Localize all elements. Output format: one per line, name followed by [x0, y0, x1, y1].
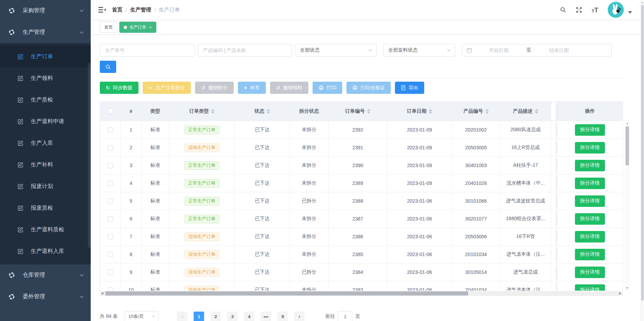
sidebar-subitem[interactable]: 报废质检: [0, 197, 91, 219]
table-horizontal-scrollbar[interactable]: ◀ ▶: [100, 291, 623, 296]
search-icon[interactable]: [560, 7, 566, 13]
view-tab[interactable]: 首页: [100, 22, 117, 33]
order-no-field[interactable]: [100, 44, 195, 57]
vertical-scroll-thumb[interactable]: [626, 126, 629, 165]
date-range-picker[interactable]: 至: [462, 44, 612, 57]
page-scrollbar[interactable]: ▲: [641, 0, 644, 321]
split-detail-button[interactable]: 拆分详情: [575, 142, 605, 154]
status-select[interactable]: 全部状态: [295, 44, 377, 57]
scroll-right-icon[interactable]: ▶: [619, 292, 621, 295]
page-number-button[interactable]: 1: [194, 312, 204, 321]
search-button[interactable]: [100, 61, 116, 73]
row-checkbox[interactable]: [108, 145, 113, 150]
user-dropdown[interactable]: [608, 2, 632, 18]
scroll-left-icon[interactable]: ◀: [101, 292, 103, 295]
sidebar-scrollbar-thumb[interactable]: [88, 63, 90, 248]
breadcrumb-production-mgmt[interactable]: 生产管理: [130, 7, 151, 13]
toolbar-button[interactable]: ↻ 同步数据: [100, 82, 138, 94]
font-size-icon[interactable]: TT: [592, 7, 598, 13]
page-ellipsis-button[interactable]: •••: [261, 312, 271, 321]
split-detail-button[interactable]: 拆分详情: [575, 213, 605, 225]
column-header[interactable]: 订单编号: [329, 102, 387, 121]
column-header[interactable]: 状态: [235, 102, 290, 121]
split-detail-button[interactable]: 拆分详情: [575, 124, 605, 136]
close-icon[interactable]: ×: [149, 25, 152, 30]
toolbar-button[interactable]: ↺ 撤销拆分: [195, 82, 234, 94]
sidebar-subitem[interactable]: 生产退料申请: [0, 111, 91, 132]
page-number-button[interactable]: 3: [227, 312, 238, 321]
sidebar-subitem[interactable]: 报废计划: [0, 176, 91, 197]
next-page-button[interactable]: ›: [294, 312, 305, 321]
prev-page-button[interactable]: ‹: [177, 312, 187, 321]
toolbar-button[interactable]: + 补车: [238, 82, 266, 94]
sidebar-subitem[interactable]: 生产补料: [0, 154, 91, 176]
page-size-select[interactable]: 10条/页: [125, 311, 158, 321]
sidebar-subitem[interactable]: 生产质检: [0, 89, 91, 111]
column-header[interactable]: 产品描述: [500, 102, 551, 121]
row-checkbox[interactable]: [108, 181, 113, 186]
toolbar-button[interactable]: 打印合格证: [346, 82, 391, 94]
sort-icon[interactable]: [535, 109, 538, 114]
split-detail-button[interactable]: 拆分详情: [575, 195, 605, 207]
scroll-up-icon[interactable]: ▲: [625, 122, 630, 125]
toolbar-button[interactable]: ✂ 生产订单拆分: [143, 82, 191, 94]
issue-status-select[interactable]: 全部发料状态: [383, 44, 455, 57]
scroll-up-icon[interactable]: ▲: [641, 1, 644, 3]
sidebar-group-item[interactable]: 采购管理: [0, 0, 91, 22]
sidebar-subitem[interactable]: 生产退料入库: [0, 240, 91, 262]
sidebar-group-item[interactable]: 生产管理: [0, 22, 91, 43]
sidebar-subitem[interactable]: 生产入库: [0, 132, 91, 154]
row-checkbox[interactable]: [108, 252, 113, 257]
split-detail-button[interactable]: 拆分详情: [575, 267, 605, 278]
sort-icon[interactable]: [429, 109, 432, 114]
sort-icon[interactable]: [267, 109, 270, 114]
start-date-input[interactable]: [473, 47, 525, 53]
split-detail-button[interactable]: 拆分详情: [575, 160, 605, 171]
sidebar-subitem[interactable]: 生产订单: [0, 46, 91, 67]
sidebar-subitem[interactable]: 生产退料质检: [0, 219, 91, 240]
hamburger-icon[interactable]: [91, 0, 112, 20]
order-type-tag: 正常生产订单: [185, 179, 219, 188]
page-number-button[interactable]: 4: [244, 312, 254, 321]
cell-status: 已下达: [255, 198, 270, 203]
breadcrumb-home[interactable]: 首页: [112, 7, 122, 13]
page-number-button[interactable]: 9: [277, 312, 288, 321]
sidebar-group-item[interactable]: 仓库管理: [0, 264, 91, 286]
page-scroll-thumb[interactable]: [641, 5, 644, 301]
row-checkbox[interactable]: [108, 270, 113, 275]
toolbar-button[interactable]: 导出: [395, 82, 424, 94]
product-input[interactable]: [203, 47, 287, 53]
end-date-input[interactable]: [533, 47, 585, 53]
row-checkbox[interactable]: [108, 288, 113, 291]
select-all-checkbox[interactable]: [108, 108, 113, 113]
sort-icon[interactable]: [485, 109, 489, 114]
split-detail-button[interactable]: 拆分详情: [575, 249, 605, 260]
row-checkbox[interactable]: [108, 234, 113, 239]
sidebar-group-item[interactable]: 委外管理: [0, 286, 91, 308]
column-header[interactable]: 产品编号: [452, 102, 500, 121]
split-detail-button[interactable]: 拆分详情: [575, 178, 605, 189]
sort-icon[interactable]: [367, 109, 370, 114]
toolbar-button[interactable]: 打印: [313, 82, 342, 94]
product-field[interactable]: [198, 44, 292, 57]
table-vertical-scrollbar[interactable]: ▲ ▼: [625, 121, 630, 291]
view-tab[interactable]: 生产订单 ×: [119, 22, 156, 33]
sort-icon[interactable]: [211, 109, 215, 114]
fullscreen-icon[interactable]: [576, 7, 582, 13]
cell-order-no: 2390: [352, 163, 363, 168]
split-detail-button[interactable]: 拆分详情: [575, 231, 605, 242]
row-checkbox[interactable]: [108, 199, 113, 204]
column-header[interactable]: 订单类型: [169, 102, 235, 121]
column-header[interactable]: 订单日期: [387, 102, 452, 121]
sidebar-subitem[interactable]: 生产领料: [0, 67, 91, 89]
order-no-input[interactable]: [105, 47, 190, 53]
toolbar-button[interactable]: ↺ 撤销领料: [270, 82, 309, 94]
page-number-button[interactable]: 2: [210, 312, 221, 321]
row-checkbox[interactable]: [108, 127, 113, 133]
row-checkbox[interactable]: [108, 163, 113, 168]
scroll-down-icon[interactable]: ▼: [625, 287, 630, 290]
split-detail-button[interactable]: 拆分详情: [575, 284, 605, 291]
row-checkbox[interactable]: [108, 216, 113, 222]
horizontal-scroll-thumb[interactable]: [105, 291, 468, 296]
goto-page-input[interactable]: [338, 311, 352, 321]
